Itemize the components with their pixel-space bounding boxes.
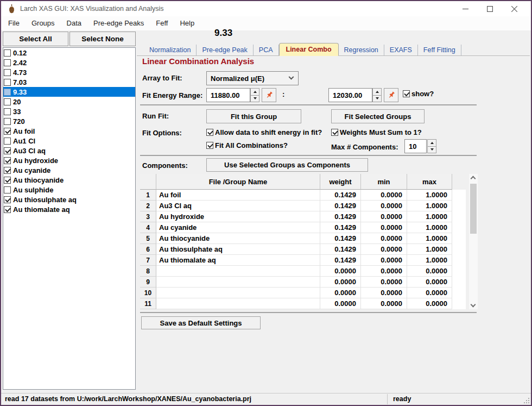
- cell-max[interactable]: 0.0000: [407, 277, 452, 288]
- group-checkbox[interactable]: [4, 59, 11, 66]
- menu-item-groups[interactable]: Groups: [26, 16, 61, 30]
- cell-min[interactable]: 0.0000: [361, 277, 407, 288]
- cell-group-name[interactable]: [156, 288, 320, 298]
- tab-regression[interactable]: Regression: [339, 45, 384, 55]
- group-checkbox[interactable]: [4, 69, 11, 76]
- group-checkbox[interactable]: [4, 79, 11, 86]
- cell-weight[interactable]: 0.0000: [320, 298, 361, 309]
- cell-max[interactable]: 0.0000: [407, 288, 452, 298]
- cell-max[interactable]: 1.0000: [407, 244, 452, 255]
- select-none-button[interactable]: Select None: [69, 32, 136, 46]
- group-checkbox[interactable]: [4, 206, 11, 213]
- scroll-up-icon[interactable]: [471, 176, 476, 182]
- group-list-item[interactable]: 4.73: [3, 67, 135, 77]
- cell-weight[interactable]: 0.0000: [320, 266, 361, 277]
- cell-group-name[interactable]: Au thiomalate aq: [156, 255, 320, 266]
- scroll-down-icon[interactable]: [471, 302, 476, 308]
- minimize-button[interactable]: [453, 1, 478, 16]
- show-checkbox[interactable]: [403, 90, 410, 97]
- group-list-item[interactable]: Au hydroxide: [3, 155, 135, 165]
- group-checkbox[interactable]: [4, 128, 11, 135]
- cell-group-name[interactable]: Au thiosulphate aq: [156, 244, 320, 255]
- group-checkbox[interactable]: [4, 167, 11, 174]
- fit-this-group-button[interactable]: Fit this Group: [206, 109, 301, 123]
- energy-max-pin-button[interactable]: [384, 88, 398, 102]
- cell-max[interactable]: 1.0000: [407, 222, 452, 233]
- table-scrollbar[interactable]: [469, 174, 478, 309]
- group-list-item[interactable]: Au sulphide: [3, 185, 135, 195]
- group-checkbox[interactable]: [4, 186, 11, 193]
- cell-group-name[interactable]: [156, 277, 320, 288]
- group-list-item[interactable]: 9.33: [3, 87, 135, 97]
- cell-min[interactable]: 0.0000: [361, 298, 407, 309]
- cell-max[interactable]: 1.0000: [407, 233, 452, 244]
- use-selected-groups-button[interactable]: Use Selected Groups as Components: [206, 158, 368, 172]
- group-list-item[interactable]: 7.03: [3, 77, 135, 87]
- array-to-fit-dropdown[interactable]: Normalized μ(E): [206, 71, 299, 85]
- maximize-button[interactable]: [478, 1, 502, 16]
- cell-group-name[interactable]: Au3 Cl aq: [156, 201, 320, 211]
- tab-pca[interactable]: PCA: [254, 45, 279, 55]
- cell-min[interactable]: 0.0000: [361, 211, 407, 222]
- cell-max[interactable]: 1.0000: [407, 190, 452, 201]
- spin-up-button[interactable]: [372, 88, 382, 96]
- cell-min[interactable]: 0.0000: [361, 255, 407, 266]
- group-list-item[interactable]: Au3 Cl aq: [3, 146, 135, 155]
- cell-weight[interactable]: 0.1429: [320, 222, 361, 233]
- cell-min[interactable]: 0.0000: [361, 244, 407, 255]
- select-all-button[interactable]: Select All: [3, 32, 68, 46]
- group-list-item[interactable]: Au foil: [3, 126, 135, 136]
- tab-pre-edge-peak[interactable]: Pre-edge Peak: [197, 45, 253, 55]
- group-checkbox[interactable]: [4, 118, 11, 125]
- tab-linear-combo[interactable]: Linear Combo: [279, 43, 339, 56]
- cell-group-name[interactable]: Au cyanide: [156, 222, 320, 233]
- group-checkbox[interactable]: [4, 89, 11, 96]
- cell-group-name[interactable]: Au thiocyanide: [156, 233, 320, 244]
- group-list-item[interactable]: 0.12: [3, 48, 135, 58]
- cell-weight[interactable]: 0.1429: [320, 244, 361, 255]
- cell-weight[interactable]: 0.1429: [320, 201, 361, 211]
- cell-max[interactable]: 1.0000: [407, 201, 452, 211]
- cell-group-name[interactable]: [156, 266, 320, 277]
- menu-item-pre-edge-peaks[interactable]: Pre-edge Peaks: [87, 16, 150, 30]
- cell-group-name[interactable]: Au hydroxide: [156, 211, 320, 222]
- cell-weight[interactable]: 0.0000: [320, 277, 361, 288]
- cell-weight[interactable]: 0.1429: [320, 190, 361, 201]
- resize-grip[interactable]: [523, 397, 529, 403]
- cell-weight[interactable]: 0.1429: [320, 233, 361, 244]
- group-list-item[interactable]: 2.42: [3, 58, 135, 67]
- cell-max[interactable]: 1.0000: [407, 211, 452, 222]
- group-checkbox[interactable]: [4, 49, 11, 57]
- spin-down-button[interactable]: [372, 95, 382, 103]
- group-list-item[interactable]: 720: [3, 116, 135, 126]
- tab-exafs[interactable]: EXAFS: [384, 45, 418, 55]
- cell-min[interactable]: 0.0000: [361, 288, 407, 298]
- tab-normalization[interactable]: Normalization: [144, 45, 197, 55]
- cell-min[interactable]: 0.0000: [361, 222, 407, 233]
- group-checkbox[interactable]: [4, 147, 11, 154]
- cell-group-name[interactable]: [156, 298, 320, 309]
- cell-min[interactable]: 0.0000: [361, 190, 407, 201]
- spin-down-button[interactable]: [427, 146, 436, 154]
- group-checkbox[interactable]: [4, 177, 11, 184]
- close-button[interactable]: [502, 1, 527, 16]
- tab-feff-fitting[interactable]: Feff Fitting: [418, 45, 461, 55]
- all-combinations-checkbox[interactable]: [206, 142, 213, 149]
- show-checkbox-row[interactable]: show?: [403, 90, 434, 98]
- allow-shift-checkbox[interactable]: [206, 129, 213, 136]
- cell-max[interactable]: 1.0000: [407, 255, 452, 266]
- weights-sum-row[interactable]: Weights Must Sum to 1?: [331, 128, 422, 136]
- group-list-item[interactable]: Au thiomalate aq: [3, 204, 135, 214]
- group-list-item[interactable]: Au cyanide: [3, 165, 135, 175]
- menu-item-help[interactable]: Help: [174, 16, 200, 30]
- group-list-item[interactable]: 33: [3, 107, 135, 116]
- cell-group-name[interactable]: Au foil: [156, 190, 320, 201]
- cell-max[interactable]: 0.0000: [407, 298, 452, 309]
- group-list-item[interactable]: 20: [3, 97, 135, 107]
- fit-selected-groups-button[interactable]: Fit Selected Groups: [331, 109, 425, 123]
- group-checkbox[interactable]: [4, 196, 11, 203]
- spin-down-button[interactable]: [250, 95, 259, 103]
- all-combinations-row[interactable]: Fit All Combinations?: [206, 141, 288, 149]
- group-list-item[interactable]: Au thiocyanide: [3, 175, 135, 185]
- energy-min-input[interactable]: [206, 88, 250, 102]
